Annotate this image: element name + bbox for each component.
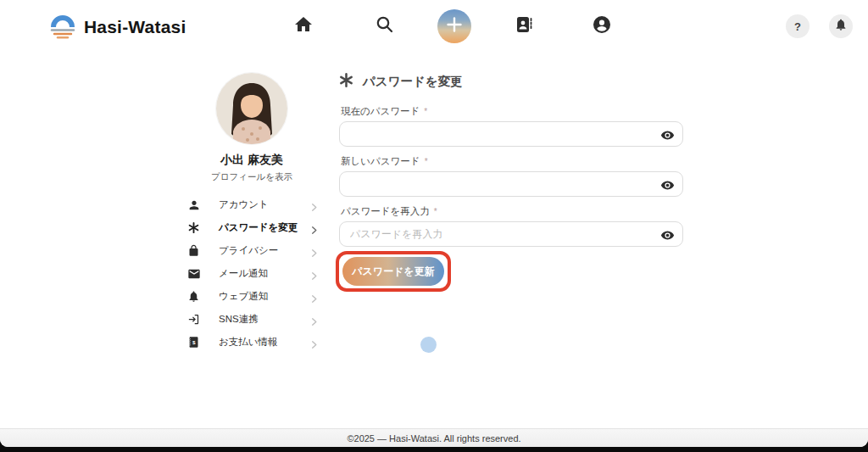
- chevron-right-icon: [309, 292, 319, 301]
- menu-item-web-notifications[interactable]: ウェブ通知: [178, 285, 324, 308]
- chevron-right-icon: [309, 223, 319, 232]
- confirm-password-input[interactable]: [350, 222, 655, 246]
- required-asterisk: *: [424, 107, 427, 116]
- menu-item-payment-info[interactable]: $ お支払い情報: [178, 331, 324, 354]
- logo[interactable]: Hasi-Watasi: [47, 9, 186, 45]
- lock-icon: [186, 243, 201, 258]
- navbar: Hasi-Watasi: [0, 0, 868, 53]
- screen: Hasi-Watasi: [0, 0, 868, 452]
- app-window: Hasi-Watasi: [0, 0, 868, 447]
- menu-item-label: お支払い情報: [219, 336, 278, 349]
- contacts-icon: [514, 14, 534, 38]
- chevron-right-icon: [309, 200, 319, 209]
- receipt-icon: $: [186, 335, 201, 349]
- copyright-text: ©2025 — Hasi-Watasi. All rights reserved…: [347, 433, 520, 444]
- menu-item-mail-notifications[interactable]: メール通知: [178, 262, 324, 285]
- view-profile-link[interactable]: プロフィールを表示: [178, 171, 326, 183]
- logo-bridge-icon: [47, 9, 79, 45]
- chevron-right-icon: [309, 315, 319, 324]
- chevron-right-icon: [309, 338, 319, 347]
- create-post-button[interactable]: [437, 9, 471, 43]
- help-button[interactable]: ?: [786, 14, 810, 38]
- user-name: 小出 麻友美: [178, 153, 326, 168]
- required-asterisk: *: [425, 157, 428, 166]
- logo-text: Hasi-Watasi: [84, 17, 186, 37]
- settings-menu: アカウント パスワードを変更 プライバシー: [178, 193, 324, 354]
- contacts-button[interactable]: [507, 9, 541, 43]
- current-password-field: [339, 121, 683, 147]
- profile-icon: [592, 14, 612, 38]
- toggle-password-visibility-button[interactable]: [659, 227, 675, 243]
- profile-button[interactable]: [585, 9, 619, 43]
- page-title: パスワードを変更: [338, 72, 463, 92]
- required-asterisk: *: [434, 207, 437, 216]
- new-password-label: 新しいパスワード*: [341, 155, 428, 168]
- person-icon: [186, 198, 201, 212]
- toggle-password-visibility-button[interactable]: [659, 127, 675, 142]
- menu-item-label: アカウント: [219, 198, 269, 211]
- menu-item-label: プライバシー: [219, 244, 278, 257]
- confirm-password-field: [339, 221, 683, 247]
- home-icon: [293, 14, 314, 38]
- current-password-input[interactable]: [350, 122, 655, 146]
- menu-item-label: ウェブ通知: [219, 290, 268, 303]
- asterisk-icon: [338, 72, 354, 92]
- search-icon: [375, 14, 395, 38]
- menu-item-change-password[interactable]: パスワードを変更: [178, 216, 324, 239]
- new-password-field: [339, 171, 683, 197]
- confirm-password-label: パスワードを再入力*: [341, 205, 437, 218]
- toggle-password-visibility-button[interactable]: [659, 177, 675, 193]
- svg-text:$: $: [192, 339, 196, 345]
- menu-item-privacy[interactable]: プライバシー: [178, 239, 324, 262]
- bell-icon: [834, 18, 848, 35]
- mail-icon: [186, 266, 201, 281]
- bell-icon: [186, 289, 201, 304]
- question-mark-icon: ?: [794, 20, 801, 33]
- plus-icon: [445, 15, 464, 37]
- chevron-right-icon: [309, 269, 319, 278]
- home-button[interactable]: [287, 9, 320, 43]
- chevron-right-icon: [309, 246, 319, 255]
- user-avatar[interactable]: [216, 73, 287, 144]
- menu-item-label: SNS連携: [219, 313, 259, 326]
- menu-item-sns-link[interactable]: SNS連携: [178, 308, 324, 331]
- menu-item-account[interactable]: アカウント: [178, 193, 324, 216]
- footer: ©2025 — Hasi-Watasi. All rights reserved…: [0, 428, 868, 447]
- click-indicator-dot: [420, 337, 437, 353]
- asterisk-icon: [186, 220, 201, 235]
- search-button[interactable]: [368, 9, 402, 43]
- current-password-label: 現在のパスワード*: [341, 105, 427, 118]
- menu-item-label: パスワードを変更: [219, 221, 298, 234]
- new-password-input[interactable]: [350, 172, 655, 196]
- page-title-text: パスワードを変更: [363, 74, 463, 90]
- login-icon: [186, 312, 201, 326]
- notifications-button[interactable]: [829, 14, 853, 38]
- menu-item-label: メール通知: [219, 267, 268, 280]
- update-password-button[interactable]: パスワードを更新: [342, 257, 444, 286]
